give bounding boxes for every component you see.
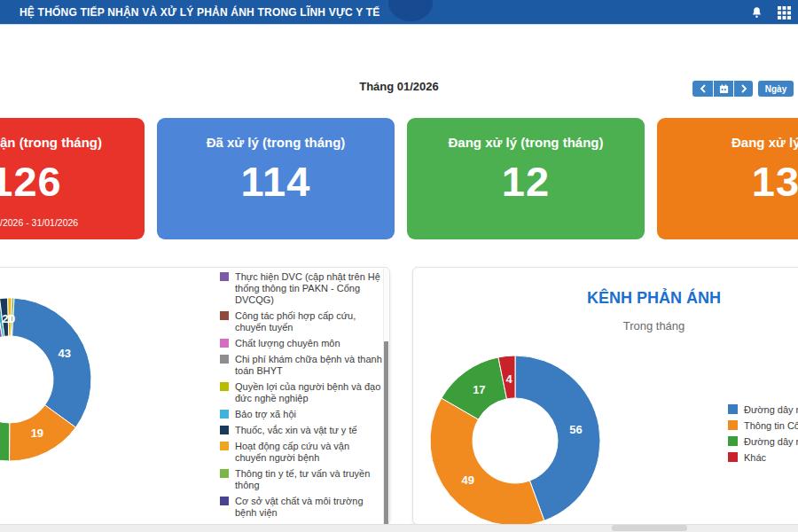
donut-data-label: 19 — [31, 426, 43, 440]
legend-swatch — [728, 452, 738, 462]
legend-label: Chi phí khám chữa bệnh và thanh toán BHY… — [235, 354, 382, 376]
channels-panel-title: KÊNH PHẢN ÁNH — [412, 289, 798, 308]
donut-data-label: 49 — [461, 473, 473, 487]
stat-card-value: 13 — [657, 157, 798, 206]
legend-item[interactable]: Cơ sở vật chất và môi trường bệnh viện — [220, 496, 383, 519]
stat-card-title: Đang xử lý (trong tháng) — [407, 135, 645, 150]
legend-label: Công tác phối hợp cấp cứu, chuyển tuyến — [235, 310, 356, 332]
stat-card-title: ận (trong tháng) — [0, 135, 102, 150]
legend-item[interactable]: Thông tin Cổng — [728, 420, 798, 431]
donut-data-label: 17 — [473, 383, 485, 396]
donut-data-label: 4 — [505, 372, 512, 386]
legend-item[interactable]: Hoạt động cấp cứu và vận chuyển người bệ… — [220, 441, 383, 464]
donut-slice[interactable] — [12, 298, 91, 427]
legend-label: Đường dây nóng — [744, 436, 798, 447]
calendar-button[interactable] — [714, 81, 733, 97]
legend-label: Khác — [744, 452, 766, 463]
legend-item[interactable]: Chất lượng chuyên môn — [220, 338, 383, 349]
donut-slice[interactable] — [0, 382, 10, 461]
legend-label: Thông tin y tế, tư vấn và truyền thông — [235, 468, 370, 490]
day-view-button[interactable]: Ngày — [758, 81, 794, 97]
bell-icon[interactable] — [750, 6, 763, 20]
period-title: Tháng 01/2026 — [0, 80, 798, 93]
legend-label: Cơ sở vật chất và môi trường bệnh viện — [235, 496, 364, 518]
donut-data-label: 43 — [58, 347, 70, 360]
channels-legend: Đường dây nóngThông tin CổngĐường dây nó… — [728, 404, 798, 468]
legend-swatch — [728, 404, 738, 414]
legend-item[interactable]: Đường dây nóng — [728, 404, 798, 415]
channels-panel-subtitle: Trong tháng — [412, 319, 798, 332]
chevron-left-icon — [700, 84, 707, 93]
legend-swatch — [220, 272, 229, 281]
legend-item[interactable]: Quyền lợi của người bệnh và đạo đức nghề… — [220, 381, 383, 404]
donut-data-label: 56 — [569, 423, 582, 436]
stat-card-value: 114 — [157, 157, 395, 206]
donut-data-label: 0 — [9, 312, 15, 325]
topics-donut-chart: 2104319 — [0, 280, 109, 479]
stat-card-in-progress-cumulative: Đang xử lý (Tí 13 — [657, 118, 798, 239]
legend-swatch — [220, 339, 229, 348]
legend-item[interactable]: Công tác phối hợp cấp cứu, chuyển tuyến — [220, 310, 383, 333]
legend-item[interactable]: Chi phí khám chữa bệnh và thanh toán BHY… — [220, 354, 383, 377]
channels-donut-chart: 5649174 — [416, 341, 614, 532]
date-navigation: Ngày — [692, 81, 798, 97]
legend-swatch — [728, 420, 738, 430]
legend-swatch — [220, 311, 229, 320]
legend-label: Bảo trợ xã hội — [235, 409, 296, 419]
legend-item[interactable]: Thực hiện DVC (cập nhật trên Hệ thống th… — [220, 271, 383, 306]
stat-card-value: 126 — [0, 157, 145, 206]
stat-card-value: 12 — [407, 157, 645, 206]
stat-card-received: ận (trong tháng) 126 /2026 - 31/01/2026 — [0, 118, 145, 239]
legend-swatch — [220, 410, 229, 419]
legend-item[interactable]: Thuốc, vắc xin và vật tư y tế — [220, 425, 383, 436]
stat-card-in-progress: Đang xử lý (trong tháng) 12 — [407, 118, 645, 239]
apps-grid-icon[interactable] — [778, 6, 791, 20]
legend-swatch — [220, 469, 229, 478]
legend-item[interactable]: Thông tin y tế, tư vấn và truyền thông — [220, 468, 383, 491]
legend-swatch — [220, 497, 229, 505]
chevron-right-icon — [740, 84, 747, 93]
legend-swatch — [220, 382, 229, 391]
header-bar: HỆ THỐNG TIẾP NHẬN VÀ XỬ LÝ PHẢN ÁNH TRO… — [0, 0, 798, 25]
legend-label: Đường dây nóng — [744, 404, 798, 415]
stat-card-date-range: /2026 - 31/01/2026 — [0, 217, 78, 228]
legend-item[interactable]: Khác — [728, 452, 798, 463]
next-period-button[interactable] — [734, 81, 753, 97]
legend-label: Chất lượng chuyên môn — [235, 338, 340, 348]
app-title: HỆ THỐNG TIẾP NHẬN VÀ XỬ LÝ PHẢN ÁNH TRO… — [20, 6, 379, 19]
legend-label: Thực hiện DVC (cập nhật trên Hệ thống th… — [235, 271, 380, 305]
legend-item[interactable]: Đường dây nóng — [728, 436, 798, 447]
legend-label: Quyền lợi của người bệnh và đạo đức nghề… — [235, 381, 380, 403]
legend-swatch — [728, 436, 738, 446]
legend-scrollbar-thumb[interactable] — [384, 341, 388, 524]
page-hscrollbar-thumb[interactable] — [612, 525, 687, 531]
legend-swatch — [220, 426, 229, 434]
legend-label: Thông tin Cổng — [744, 420, 798, 431]
legend-item[interactable]: Bảo trợ xã hội — [220, 409, 383, 420]
legend-label: Hoạt động cấp cứu và vận chuyển người bệ… — [235, 441, 349, 463]
calendar-icon — [719, 84, 729, 94]
stat-card-title: Đang xử lý (Tí — [657, 135, 798, 150]
topics-legend: Thực hiện DVC (cập nhật trên Hệ thống th… — [220, 271, 383, 524]
stat-card-title: Đã xử lý (trong tháng) — [157, 135, 395, 150]
stat-card-processed: Đã xử lý (trong tháng) 114 — [157, 118, 395, 239]
donut-slice[interactable] — [430, 398, 544, 526]
legend-label: Thuốc, vắc xin và vật tư y tế — [235, 425, 357, 435]
legend-swatch — [220, 442, 229, 450]
prev-period-button[interactable] — [692, 81, 713, 97]
header-decorative-circle — [388, 0, 433, 21]
legend-swatch — [220, 355, 229, 364]
